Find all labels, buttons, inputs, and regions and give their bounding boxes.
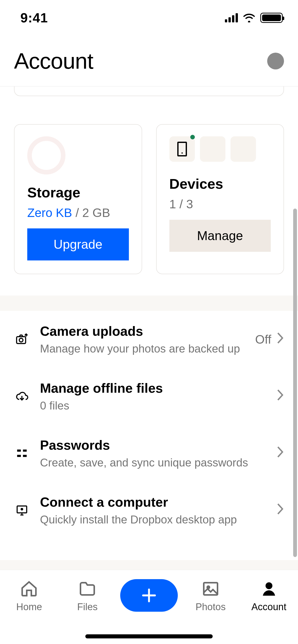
connect-computer-row[interactable]: Connect a computer Quickly install the D… [0, 482, 298, 539]
tab-files[interactable]: Files [62, 580, 113, 612]
devices-card: Devices 1 / 3 Manage [156, 124, 284, 274]
tab-photos-label: Photos [196, 602, 226, 612]
tab-photos[interactable]: Photos [185, 580, 236, 612]
passwords-row[interactable]: Passwords Create, save, and sync unique … [0, 425, 298, 482]
connect-computer-title: Connect a computer [40, 494, 266, 510]
camera-uploads-title: Camera uploads [40, 324, 245, 339]
settings-list: Camera uploads Manage how your photos ar… [0, 311, 298, 539]
connect-computer-sub: Quickly install the Dropbox desktop app [40, 513, 266, 526]
svg-rect-4 [23, 449, 27, 451]
battery-icon [260, 13, 283, 23]
avatar[interactable] [267, 53, 284, 69]
svg-point-13 [265, 582, 272, 589]
passwords-icon [14, 447, 30, 460]
tab-account[interactable]: Account [243, 580, 294, 612]
chevron-right-icon [276, 332, 284, 347]
scroll-area[interactable]: Storage Zero KB / 2 GB Upgrade Devices 1… [0, 86, 298, 570]
device-active-dot-icon [190, 135, 195, 139]
svg-rect-5 [17, 455, 21, 457]
status-time: 9:41 [20, 10, 48, 25]
tab-add-button[interactable] [120, 579, 178, 612]
page-title: Account [14, 48, 93, 74]
summary-cards: Storage Zero KB / 2 GB Upgrade Devices 1… [14, 124, 284, 274]
camera-uploads-row[interactable]: Camera uploads Manage how your photos ar… [0, 311, 298, 368]
storage-card: Storage Zero KB / 2 GB Upgrade [14, 124, 142, 274]
cellular-icon [225, 13, 238, 22]
cloud-download-icon [14, 390, 30, 403]
camera-uploads-value: Off [255, 332, 271, 346]
storage-ring-icon [27, 136, 65, 174]
status-indicators [225, 13, 283, 23]
tab-home[interactable]: Home [4, 580, 55, 612]
upgrade-button[interactable]: Upgrade [27, 228, 129, 260]
phone-icon [177, 142, 187, 156]
home-indicator[interactable] [85, 634, 213, 638]
offline-files-title: Manage offline files [40, 380, 266, 396]
storage-usage: Zero KB / 2 GB [27, 206, 129, 220]
wifi-icon [243, 13, 255, 22]
camera-upload-icon [14, 333, 30, 346]
svg-rect-1 [17, 337, 25, 344]
previous-card-fragment [14, 86, 284, 96]
tab-bar: Home Files Photos Account [0, 570, 298, 644]
storage-used: Zero KB [27, 206, 72, 219]
storage-title: Storage [27, 184, 129, 201]
camera-uploads-sub: Manage how your photos are backed up [40, 342, 245, 355]
tab-files-label: Files [77, 602, 98, 612]
offline-files-row[interactable]: Manage offline files 0 files [0, 368, 298, 425]
passwords-title: Passwords [40, 437, 266, 453]
svg-point-8 [21, 508, 23, 510]
header: Account [0, 36, 298, 86]
device-slots [169, 136, 271, 162]
svg-point-2 [19, 338, 23, 342]
tab-home-label: Home [16, 602, 42, 612]
tab-account-label: Account [251, 602, 286, 612]
svg-rect-6 [23, 455, 27, 457]
scroll-indicator[interactable] [293, 209, 297, 557]
status-bar: 9:41 [0, 0, 298, 36]
chevron-right-icon [276, 446, 284, 461]
offline-files-sub: 0 files [40, 399, 266, 412]
manage-devices-button[interactable]: Manage [169, 220, 271, 252]
desktop-icon [14, 504, 30, 517]
chevron-right-icon [276, 503, 284, 518]
section-divider [0, 560, 298, 570]
device-slot-empty [200, 136, 225, 162]
passwords-sub: Create, save, and sync unique passwords [40, 456, 266, 469]
device-slot-empty [231, 136, 256, 162]
storage-total: 2 GB [82, 206, 110, 219]
devices-title: Devices [169, 175, 271, 192]
device-slot-phone [169, 136, 195, 162]
chevron-right-icon [276, 389, 284, 404]
section-divider [0, 296, 298, 311]
svg-rect-3 [17, 449, 21, 451]
devices-count: 1 / 3 [169, 197, 271, 211]
